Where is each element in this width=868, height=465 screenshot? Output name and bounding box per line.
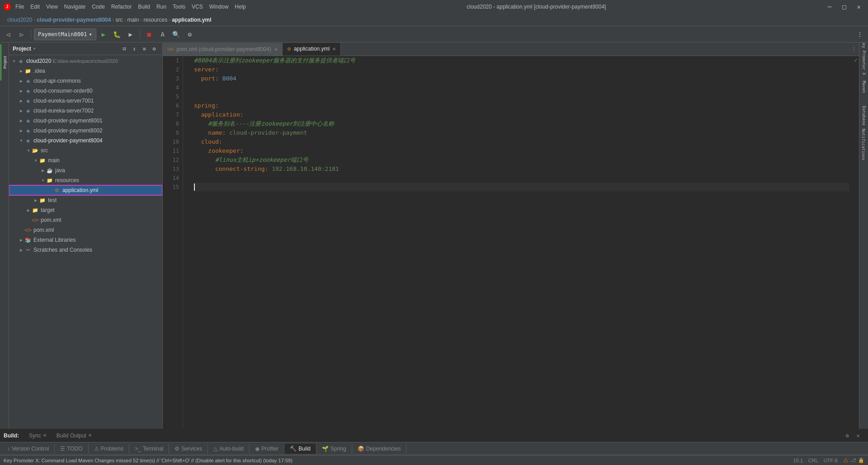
tree-item-application-yml[interactable]: ⚙ application.yml <box>9 185 162 195</box>
back-button[interactable]: ◁ <box>2 28 14 41</box>
tool-tab-problems[interactable]: ⚠ Problems <box>89 444 130 454</box>
line-separator[interactable]: CRL <box>808 458 818 463</box>
window-controls: ─ □ ✕ <box>824 2 864 11</box>
cursor-position[interactable]: 15:1 <box>793 458 802 463</box>
tool-tab-auto-build[interactable]: △ Auto-build <box>208 444 250 454</box>
tool-tab-spring[interactable]: 🌱 Spring <box>316 444 352 454</box>
stop-button[interactable]: ■ <box>143 28 156 41</box>
build-output-tab[interactable]: Build Output ✕ <box>52 431 96 441</box>
right-panel-key-promoter[interactable]: Key Promoter X <box>860 44 868 71</box>
breadcrumb-file[interactable]: application.yml <box>172 17 211 23</box>
build-panel-actions: ⚙ ✕ <box>843 431 866 440</box>
tree-item-main[interactable]: ▼ 📁 main <box>9 155 162 165</box>
tree-item-payment8002[interactable]: ▶ ◈ cloud-provider-payment8002 <box>9 126 162 136</box>
forward-button[interactable]: ▷ <box>15 28 28 41</box>
menu-build[interactable]: Build <box>135 3 153 11</box>
settings-button[interactable]: ⚙ <box>184 28 196 41</box>
tree-item-test[interactable]: ▶ 📁 test <box>9 195 162 205</box>
right-panel-notifications[interactable]: Notifications <box>860 131 868 158</box>
tool-tab-todo[interactable]: ☰ TODO <box>55 444 88 454</box>
tree-item-pom-sub[interactable]: </> pom.xml <box>9 215 162 225</box>
expand-arrow: ▶ <box>40 167 46 174</box>
close-button[interactable]: ✕ <box>854 2 864 11</box>
coverage-button[interactable]: ▶ <box>124 28 137 41</box>
menu-tools[interactable]: Tools <box>170 3 188 11</box>
run-config-label: PaymentMain8001 <box>38 31 87 38</box>
tool-tab-build[interactable]: 🔨 Build <box>284 444 316 454</box>
menu-edit[interactable]: Edit <box>28 3 42 11</box>
breadcrumb-main[interactable]: main <box>127 17 139 23</box>
code-editor[interactable]: #8004表示注册到zookeeper服务器的支付服务提供者端口号 server… <box>190 56 853 429</box>
panel-header-left: Project ▾ <box>13 46 36 52</box>
expand-arrow: ▼ <box>18 137 24 144</box>
menu-run[interactable]: Run <box>154 3 169 11</box>
status-bar: Key Promoter X: Command Load Maven Chang… <box>0 455 868 465</box>
scroll-from-source-button[interactable]: ↕ <box>130 44 139 53</box>
tab-close-pom[interactable]: ✕ <box>274 47 278 52</box>
build-close-icon[interactable]: ✕ <box>854 431 863 440</box>
tree-item-idea[interactable]: ▶ 📁 .idea <box>9 66 162 76</box>
tree-item-pom-root[interactable]: </> pom.xml <box>9 225 162 235</box>
code-line-10: cloud: <box>194 137 849 146</box>
menu-file[interactable]: File <box>13 3 27 11</box>
sync-close-icon[interactable]: ✕ <box>43 433 47 438</box>
tree-item-java[interactable]: ▶ ☕ java <box>9 165 162 175</box>
run-button[interactable]: ▶ <box>97 28 110 41</box>
build-settings-icon[interactable]: ⚙ <box>843 431 852 440</box>
tree-item-api-commons[interactable]: ▶ ◈ cloud-api-commons <box>9 76 162 86</box>
collapse-all-button[interactable]: ⊟ <box>120 44 129 53</box>
build-output-label: Build Output <box>57 432 86 439</box>
breadcrumb-src[interactable]: src <box>115 17 123 23</box>
translate-button[interactable]: A <box>156 28 169 41</box>
tree-item-external-libs[interactable]: ▶ 📚 External Libraries <box>9 235 162 245</box>
search-button[interactable]: 🔍 <box>170 28 183 41</box>
menu-help[interactable]: Help <box>232 3 249 11</box>
tab-pom-xml[interactable]: </> pom.xml (cloud-provider-payment8004)… <box>163 43 283 56</box>
panel-dropdown-arrow[interactable]: ▾ <box>33 46 36 52</box>
menu-refactor[interactable]: Refactor <box>108 3 134 11</box>
run-config-dropdown[interactable]: PaymentMain8001 ▾ <box>34 28 96 40</box>
tree-label: application.yml <box>62 187 98 193</box>
tab-application-yml[interactable]: ⚙ application.yml ✕ <box>283 43 341 56</box>
tool-tab-terminal[interactable]: >_ Terminal <box>129 444 169 454</box>
menu-code[interactable]: Code <box>89 3 108 11</box>
tree-label: cloud-eureka-server7001 <box>33 98 94 104</box>
tree-item-scratches[interactable]: ▶ ✏ Scratches and Consoles <box>9 245 162 255</box>
menu-window[interactable]: Window <box>207 3 231 11</box>
tool-tab-dependencies[interactable]: 📦 Dependencies <box>352 444 407 454</box>
build-output-close-icon[interactable]: ✕ <box>88 433 92 438</box>
tree-item-eureka7002[interactable]: ▶ ◈ cloud-eureka-server7002 <box>9 106 162 116</box>
tree-item-cloud2020[interactable]: ▼ ◈ cloud2020 E:\idea-workspace\cloud202… <box>9 56 162 66</box>
tabs-more-button[interactable]: ⋮ <box>848 43 859 56</box>
vtab-project[interactable]: Project <box>0 44 9 80</box>
breadcrumb-cloud2020[interactable]: cloud2020 <box>7 17 32 23</box>
tree-item-src[interactable]: ▼ 📂 src <box>9 146 162 155</box>
more-button[interactable]: ⋮ <box>854 28 866 41</box>
right-panel-maven[interactable]: Maven <box>860 73 868 100</box>
encoding-status[interactable]: UTF-8 <box>824 458 838 463</box>
menu-navigate[interactable]: Navigate <box>61 3 88 11</box>
right-panel-database[interactable]: Database <box>860 102 868 129</box>
tree-item-payment8001[interactable]: ▶ ◈ cloud-provider-payment8001 <box>9 116 162 126</box>
minimize-button[interactable]: ─ <box>824 2 835 11</box>
debug-button[interactable]: 🐛 <box>111 28 123 41</box>
tab-close-yml[interactable]: ✕ <box>332 47 336 52</box>
breadcrumb-module[interactable]: cloud-provider-payment8004 <box>37 17 111 23</box>
settings-gear-icon[interactable]: ⚙ <box>150 44 159 53</box>
tree-item-target[interactable]: ▶ 📁 target <box>9 205 162 215</box>
breadcrumb-resources[interactable]: resources <box>143 17 167 23</box>
maximize-button[interactable]: □ <box>839 2 849 11</box>
tree-item-eureka7001[interactable]: ▶ ◈ cloud-eureka-server7001 <box>9 96 162 106</box>
chevron-down-icon: ▾ <box>89 31 92 38</box>
menu-vcs[interactable]: VCS <box>189 3 206 11</box>
tool-tab-profiler[interactable]: ◉ Profiler <box>250 444 284 454</box>
tree-item-resources[interactable]: ▼ 📁 resources <box>9 175 162 185</box>
sync-tab[interactable]: Sync ✕ <box>24 431 51 441</box>
tree-item-order80[interactable]: ▶ ◈ cloud-consumer-order80 <box>9 86 162 96</box>
expand-all-button[interactable]: ≡ <box>140 44 149 53</box>
tree-label: cloud-provider-payment8001 <box>33 117 103 124</box>
tool-tab-services[interactable]: ⚙ Services <box>169 444 208 454</box>
tree-item-payment8004[interactable]: ▼ ◈ cloud-provider-payment8004 <box>9 136 162 146</box>
menu-view[interactable]: View <box>43 3 61 11</box>
tool-tab-version-control[interactable]: ↕ Version Control <box>2 444 55 454</box>
